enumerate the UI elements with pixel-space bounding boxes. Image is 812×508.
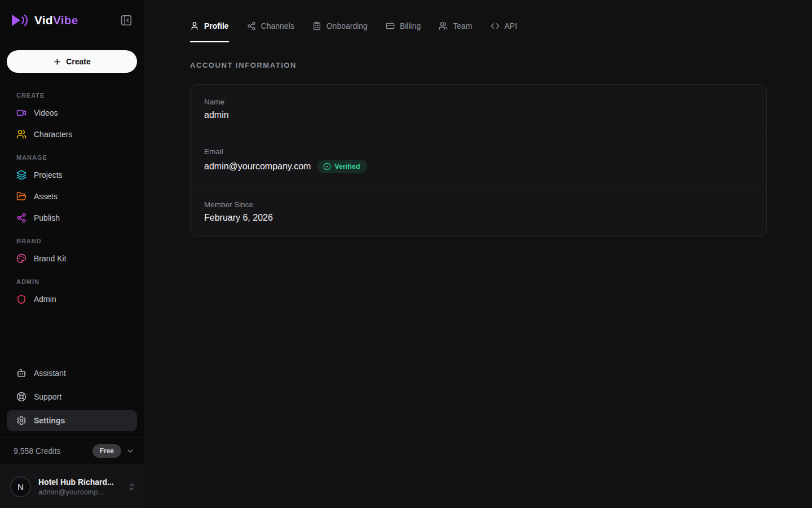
- users-icon: [439, 21, 448, 30]
- sidebar-item-assets[interactable]: Assets: [7, 186, 137, 207]
- code-icon: [491, 21, 500, 30]
- settings-tabbar: Profile Channels Onboarding Billing: [190, 21, 767, 42]
- chevron-down-icon: [126, 446, 135, 456]
- plus-icon: [53, 58, 61, 66]
- user-meta: Hotel Hub Richard... admin@yourcomp...: [38, 478, 114, 496]
- sidebar-item-label: Publish: [34, 213, 60, 222]
- verified-badge-label: Verified: [334, 163, 360, 170]
- nav-section-create: CREATE: [16, 92, 137, 99]
- tab-team[interactable]: Team: [439, 21, 472, 42]
- field-label: Member Since: [204, 200, 753, 209]
- tab-label: Profile: [204, 21, 229, 30]
- tab-label: Team: [453, 21, 472, 30]
- section-title: ACCOUNT INFORMATION: [190, 61, 767, 69]
- life-buoy-icon: [16, 392, 27, 402]
- sidebar-item-settings[interactable]: Settings: [7, 410, 137, 431]
- palette-icon: [16, 253, 27, 264]
- panel-left-collapse-icon: [120, 14, 133, 27]
- app-window: VidVibe Create CREATE: [0, 0, 812, 508]
- app-logo: VidVibe: [10, 13, 78, 28]
- play-waves-logo-icon: [10, 13, 29, 28]
- sidebar-item-assistant[interactable]: Assistant: [7, 362, 137, 384]
- sidebar-item-label: Assets: [34, 192, 58, 201]
- tab-label: Channels: [261, 21, 294, 30]
- tab-onboarding[interactable]: Onboarding: [312, 21, 368, 42]
- shield-icon: [16, 294, 27, 304]
- create-button-wrap: Create: [0, 41, 144, 80]
- sidebar-item-videos[interactable]: Videos: [7, 102, 137, 124]
- sidebar-item-publish[interactable]: Publish: [7, 207, 137, 229]
- sidebar-item-label: Projects: [34, 170, 63, 179]
- account-row-member-since: Member Since February 6, 2026: [191, 187, 766, 237]
- bot-icon: [16, 368, 27, 378]
- sidebar-item-label: Brand Kit: [34, 254, 67, 263]
- tab-profile[interactable]: Profile: [190, 21, 229, 42]
- sidebar-item-label: Characters: [34, 130, 72, 139]
- gear-icon: [16, 415, 27, 426]
- collapse-sidebar-button[interactable]: [118, 12, 135, 29]
- sidebar-item-brand-kit[interactable]: Brand Kit: [7, 248, 137, 269]
- plan-badge: Free: [92, 444, 121, 458]
- sidebar-item-label: Admin: [34, 295, 56, 304]
- field-value: admin: [204, 110, 229, 120]
- account-information-card: Name admin Email admin@yourcompany.com V…: [190, 84, 767, 237]
- layers-icon: [16, 170, 27, 180]
- tab-label: API: [505, 21, 518, 30]
- tab-channels[interactable]: Channels: [247, 21, 294, 42]
- share-icon: [16, 213, 27, 223]
- sidebar-item-characters[interactable]: Projects Characters: [7, 124, 137, 145]
- nav-section-brand: BRAND: [16, 238, 137, 244]
- tab-label: Onboarding: [326, 21, 368, 30]
- account-row-email: Email admin@yourcompany.com Verified: [191, 134, 766, 187]
- sidebar-item-admin[interactable]: Admin: [7, 288, 137, 310]
- field-value: February 6, 2026: [204, 213, 273, 223]
- main-content: Profile Channels Onboarding Billing: [144, 0, 812, 508]
- avatar-initial: N: [17, 482, 24, 492]
- folder-open-icon: [16, 191, 27, 202]
- field-label: Email: [204, 147, 753, 156]
- account-row-name: Name admin: [191, 85, 766, 134]
- sidebar-footer-nav: Assistant Support Settings: [0, 362, 144, 437]
- sidebar-nav: CREATE Videos Projects Characters MANAGE: [0, 80, 144, 362]
- verified-badge: Verified: [317, 160, 367, 173]
- sidebar-item-label: Videos: [34, 108, 58, 117]
- sidebar-header: VidVibe: [0, 0, 144, 41]
- credits-count: 9,558 Credits: [14, 446, 60, 456]
- field-label: Name: [204, 98, 753, 106]
- user-email: admin@yourcomp...: [38, 488, 114, 496]
- tab-label: Billing: [400, 21, 421, 30]
- tab-billing[interactable]: Billing: [386, 21, 421, 42]
- share-icon: [247, 21, 256, 30]
- credit-card-icon: [386, 21, 395, 30]
- field-value: admin@yourcompany.com: [204, 161, 311, 172]
- users-icon: [16, 129, 27, 139]
- user-name: Hotel Hub Richard...: [38, 478, 114, 487]
- sidebar-item-support[interactable]: Support: [7, 386, 137, 408]
- nav-section-admin: ADMIN: [16, 278, 137, 285]
- check-circle-icon: [323, 163, 331, 170]
- user-account-menu[interactable]: N Hotel Hub Richard... admin@yourcomp...: [0, 465, 144, 508]
- avatar: N: [10, 476, 31, 497]
- user-icon: [190, 21, 199, 30]
- clipboard-icon: [312, 21, 321, 30]
- sidebar-item-label: Assistant: [34, 369, 66, 378]
- app-title: VidVibe: [34, 14, 78, 27]
- sidebar-item-projects[interactable]: Projects: [7, 164, 137, 186]
- tab-api[interactable]: API: [491, 21, 518, 42]
- sidebar-item-label: Settings: [34, 416, 65, 425]
- video-camera-icon: [16, 108, 27, 118]
- credits-bar[interactable]: 9,558 Credits Free: [0, 437, 144, 465]
- sidebar: VidVibe Create CREATE: [0, 0, 144, 508]
- nav-section-manage: MANAGE: [16, 154, 137, 161]
- sidebar-item-label: Support: [34, 392, 61, 401]
- create-button[interactable]: Create: [7, 50, 137, 73]
- chevrons-up-down-icon: [127, 483, 136, 491]
